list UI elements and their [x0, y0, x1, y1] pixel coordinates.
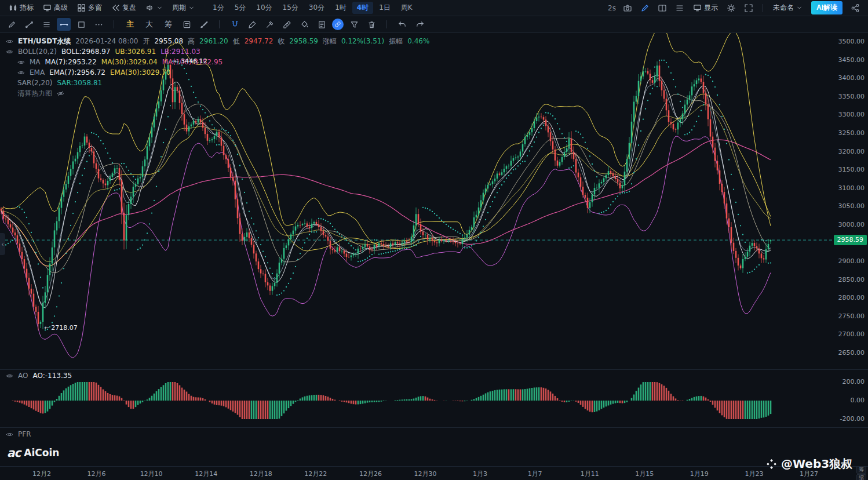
- grid-icon: [77, 3, 86, 12]
- y-axis-label: 2800.00: [838, 294, 865, 301]
- trendline-tool-icon[interactable]: [22, 18, 36, 31]
- fullscreen-icon[interactable]: [744, 3, 753, 13]
- timeframe-4时[interactable]: 4时: [352, 2, 373, 14]
- visibility-toggle-icon[interactable]: [17, 69, 25, 77]
- timeframe-30分[interactable]: 30分: [304, 2, 329, 14]
- trading-app: 指标高级多窗复盘周期 1分5分10分15分30分1时4时1日周K 2s 显示 未…: [0, 0, 868, 480]
- menu-label: 高级: [54, 3, 68, 13]
- x-axis-label: 1月23: [745, 470, 763, 478]
- rewind-icon: [111, 3, 120, 12]
- kline-icon: [9, 3, 17, 12]
- timeframe-1时[interactable]: 1时: [330, 2, 351, 14]
- share-icon[interactable]: [851, 3, 860, 13]
- filter-tool-icon[interactable]: [347, 18, 361, 31]
- chevron-down-icon: [796, 5, 803, 11]
- bucket-tool-icon[interactable]: [297, 18, 311, 31]
- visibility-toggle-icon[interactable]: [17, 59, 25, 66]
- divider: [219, 20, 220, 28]
- undo-icon[interactable]: [395, 18, 409, 31]
- aicoin-logo: ac AiCoin: [7, 446, 59, 460]
- divider: [386, 20, 387, 28]
- ao-value: AO:-113.35: [32, 372, 72, 380]
- visibility-toggle-icon[interactable]: [6, 48, 13, 56]
- chips-toggle[interactable]: 筹: [856, 466, 866, 474]
- ai-interpret-button[interactable]: AI解读: [811, 1, 843, 14]
- indicators-menu[interactable]: 指标: [5, 2, 38, 14]
- chevron-down-icon: [188, 5, 195, 11]
- delete-tool-icon[interactable]: [364, 18, 378, 31]
- price-chart-canvas[interactable]: [0, 33, 868, 480]
- x-axis-label: 12月2: [32, 470, 51, 478]
- hline-tool-icon[interactable]: [57, 18, 71, 31]
- tools-list-icon[interactable]: [39, 18, 53, 31]
- replay-menu[interactable]: 复盘: [107, 2, 140, 14]
- screenshot-icon[interactable]: [623, 3, 632, 13]
- alerts-menu[interactable]: [141, 2, 167, 13]
- watchlist-icon[interactable]: [675, 3, 684, 13]
- display-menu[interactable]: 显示: [689, 2, 722, 14]
- tab-main[interactable]: 主: [122, 19, 138, 30]
- y-axis-label: 2900.00: [838, 258, 865, 265]
- time-axis[interactable]: 12月212月612月1012月1412月1812月2212月2612月301月…: [0, 466, 868, 480]
- display-label: 显示: [704, 3, 718, 13]
- top-toolbar: 指标高级多窗复盘周期 1分5分10分15分30分1时4时1日周K 2s 显示 未…: [0, 0, 868, 16]
- y-axis-label: 2750.00: [838, 313, 865, 320]
- brush-tool-icon[interactable]: [197, 18, 211, 31]
- advanced-menu[interactable]: 高级: [39, 2, 72, 14]
- high-price-annotation: ← 3446.12: [174, 57, 207, 65]
- visibility-toggle-icon[interactable]: [6, 38, 13, 45]
- timeframe-1日[interactable]: 1日: [374, 2, 395, 14]
- y-axis-label: 3000.00: [838, 221, 865, 228]
- arrow-left-icon: ←: [44, 324, 49, 332]
- zoom-toggle[interactable]: 缩: [856, 474, 866, 480]
- low-price-text: 2718.07: [51, 324, 78, 332]
- ao-axis-label: 200.00: [843, 379, 865, 386]
- timeframe-5分[interactable]: 5分: [230, 2, 251, 14]
- ao-visibility-icon[interactable]: [6, 372, 13, 380]
- menu-label: 周期: [172, 3, 186, 13]
- chart-area: ETH/USDT永续2026-01-24 08:00开2955.08高2961.…: [0, 33, 868, 480]
- period-menu[interactable]: 周期: [168, 2, 199, 14]
- tab-large[interactable]: 大: [141, 19, 157, 30]
- x-axis-label: 1月15: [635, 470, 654, 478]
- pencil-tool-icon[interactable]: [245, 18, 259, 31]
- timeframe-10分[interactable]: 10分: [251, 2, 276, 14]
- x-axis-label: 1月7: [528, 470, 542, 478]
- settings-icon[interactable]: [727, 3, 736, 13]
- pen-tool-icon[interactable]: [262, 18, 276, 31]
- draw-tool-icon[interactable]: [5, 18, 19, 31]
- note-tool-icon[interactable]: [180, 18, 194, 31]
- redo-icon[interactable]: [413, 18, 426, 31]
- template-tool-icon[interactable]: [315, 18, 329, 31]
- topbar-menus: 指标高级多窗复盘周期: [5, 2, 199, 14]
- link-tool-icon[interactable]: [332, 19, 344, 30]
- diamonds-icon: [766, 459, 777, 470]
- timeframe-1分[interactable]: 1分: [208, 2, 229, 14]
- x-axis-label: 12月18: [250, 470, 272, 478]
- x-axis-label: 12月22: [304, 470, 327, 478]
- pfr-visibility-icon[interactable]: [6, 431, 13, 438]
- magnet-tool-icon[interactable]: [228, 18, 242, 31]
- timeframe-15分[interactable]: 15分: [278, 2, 303, 14]
- rect-tool-icon[interactable]: [74, 18, 88, 31]
- visibility-off-icon[interactable]: [57, 90, 64, 97]
- more-tools-icon[interactable]: [92, 18, 105, 31]
- refresh-interval[interactable]: 2s: [608, 4, 616, 12]
- y-axis-label: 3400.00: [838, 75, 865, 82]
- layout-name-menu[interactable]: 未命名: [769, 2, 807, 14]
- measure-tool-icon[interactable]: [280, 18, 294, 31]
- multi-window-menu[interactable]: 多窗: [73, 2, 106, 14]
- ao-axis-label: -200.00: [840, 416, 865, 423]
- pfr-indicator-row: PFR: [6, 430, 31, 438]
- drawing-toolbar: 主 大 筹: [0, 16, 868, 33]
- menu-label: 多窗: [88, 3, 102, 13]
- tab-chips[interactable]: 筹: [161, 19, 176, 30]
- panel-collapse-handle[interactable]: ‹: [0, 233, 5, 255]
- corner-toggles: 筹 缩: [856, 466, 866, 480]
- timeframe-周K[interactable]: 周K: [396, 2, 417, 14]
- y-axis-label: 2650.00: [838, 350, 865, 357]
- y-axis-label: 3350.00: [838, 93, 865, 100]
- draw-mode-icon[interactable]: [640, 3, 650, 13]
- layout-split-icon[interactable]: [658, 3, 667, 13]
- x-axis-label: 12月26: [359, 470, 382, 478]
